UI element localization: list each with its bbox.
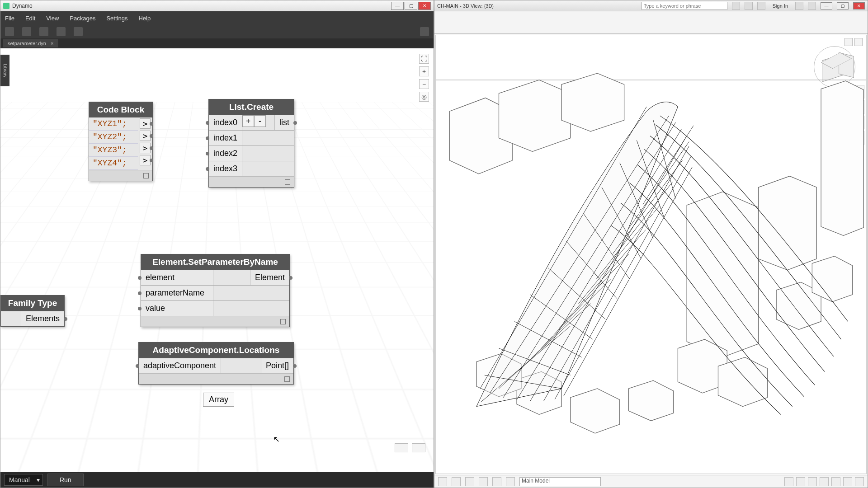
model-selector[interactable]: Main Model xyxy=(519,477,601,486)
menu-packages[interactable]: Packages xyxy=(70,15,95,22)
code-line-3[interactable]: "XYZ3"; xyxy=(89,144,138,157)
signin-button[interactable]: Sign In xyxy=(770,3,791,9)
workspace-tab-close-icon[interactable]: × xyxy=(51,41,53,46)
code-line-1[interactable]: "XYZ1"; xyxy=(89,117,138,131)
menu-view[interactable]: View xyxy=(46,15,59,22)
node-family-type-title: Family Type xyxy=(1,296,64,311)
array-label-box[interactable]: Array xyxy=(203,393,234,407)
dynamo-window: Dynamo — ▢ ✕ File Edit View Packages Set… xyxy=(0,0,434,488)
code-line-2[interactable]: "XYZ2"; xyxy=(89,131,138,144)
screenshot-icon[interactable] xyxy=(420,27,429,36)
revit-statusbar: Main Model xyxy=(434,475,868,488)
status-scale-icon[interactable] xyxy=(438,477,447,486)
status-editable-icon[interactable] xyxy=(808,477,817,486)
node-set-parameter[interactable]: Element.SetParameterByName element Eleme… xyxy=(141,254,290,327)
svg-marker-13 xyxy=(812,256,852,302)
revit-maximize-button[interactable]: ▢ xyxy=(837,2,849,9)
status-select-pinned-icon[interactable] xyxy=(843,477,852,486)
zoom-fit-button[interactable]: ⛶ xyxy=(419,54,429,64)
svg-marker-8 xyxy=(571,389,620,433)
revit-title: CH-MAIN - 3D View: {3D} xyxy=(437,3,494,9)
menu-help[interactable]: Help xyxy=(138,15,151,22)
setparam-input-parametername[interactable]: parameterName xyxy=(141,286,213,300)
revit-window: CH-MAIN - 3D View: {3D} Sign In — ▢ ✕ xyxy=(434,0,868,488)
revit-titlebar: CH-MAIN - 3D View: {3D} Sign In — ▢ ✕ xyxy=(434,0,868,11)
new-file-icon[interactable] xyxy=(5,27,14,36)
list-create-input-1[interactable]: index1 xyxy=(209,131,242,145)
list-create-output[interactable]: list xyxy=(274,115,294,130)
zoom-out-button[interactable]: − xyxy=(419,79,429,89)
dynamo-canvas[interactable]: Library ⛶ + − ◎ Code Block xyxy=(0,48,434,472)
node-list-create[interactable]: List.Create index0 + - list index1 index… xyxy=(208,99,294,188)
node-family-type[interactable]: Family Type Elements xyxy=(0,295,65,327)
favorites-icon[interactable] xyxy=(757,2,765,10)
node-adaptive-locations[interactable]: AdaptiveComponent.Locations adaptiveComp… xyxy=(138,342,294,385)
run-button[interactable]: Run xyxy=(47,474,84,486)
family-type-output[interactable]: Elements xyxy=(21,311,64,326)
status-visual-icon[interactable] xyxy=(465,477,474,486)
list-create-input-3[interactable]: index3 xyxy=(209,161,242,176)
code-out-4[interactable]: > xyxy=(140,155,151,165)
open-file-icon[interactable] xyxy=(22,27,31,36)
list-create-input-0[interactable]: index0 xyxy=(209,115,242,130)
workspace-tab[interactable]: setparameter.dyn × xyxy=(3,39,58,47)
list-remove-button[interactable]: - xyxy=(254,115,266,127)
geometry-toggle-2[interactable] xyxy=(412,443,425,452)
list-create-input-2[interactable]: index2 xyxy=(209,146,242,161)
setparam-output-element[interactable]: Element xyxy=(250,270,289,285)
revit-search-input[interactable] xyxy=(642,2,727,10)
redo-icon[interactable] xyxy=(74,27,83,36)
setparam-input-element[interactable]: element xyxy=(141,270,213,285)
status-drag-icon[interactable] xyxy=(855,477,864,486)
search-icon[interactable] xyxy=(732,2,740,10)
code-out-1[interactable]: > xyxy=(140,118,151,129)
maximize-button[interactable]: ▢ xyxy=(405,2,417,10)
revit-close-button[interactable]: ✕ xyxy=(853,2,865,9)
zoom-in-button[interactable]: + xyxy=(419,66,429,76)
status-sun-icon[interactable] xyxy=(479,477,488,486)
status-crop-icon[interactable] xyxy=(506,477,515,486)
revit-minimize-button[interactable]: — xyxy=(821,2,832,9)
run-mode-dropdown[interactable]: Manual xyxy=(4,474,43,486)
revit-scene xyxy=(436,35,866,474)
geometry-toggle-1[interactable] xyxy=(395,443,408,452)
exchange-apps-icon[interactable] xyxy=(795,2,803,10)
help-icon[interactable] xyxy=(808,2,816,10)
list-add-button[interactable]: + xyxy=(242,115,254,127)
revit-ribbon[interactable] xyxy=(434,11,868,34)
preview-toggle-icon[interactable] xyxy=(285,179,290,185)
save-file-icon[interactable] xyxy=(39,27,48,36)
status-select-links-icon[interactable] xyxy=(831,477,840,486)
dynamo-menubar: File Edit View Packages Settings Help xyxy=(0,11,434,25)
code-line-4[interactable]: "XYZ4"; xyxy=(89,157,138,170)
subscription-icon[interactable] xyxy=(745,2,753,10)
adaptive-output[interactable]: Point[] xyxy=(261,358,293,373)
adaptive-input[interactable]: adaptiveComponent xyxy=(139,358,221,373)
preview-toggle-icon[interactable] xyxy=(143,173,149,178)
pan-target-button[interactable]: ◎ xyxy=(419,92,429,102)
undo-icon[interactable] xyxy=(57,27,66,36)
setparam-input-value[interactable]: value xyxy=(141,301,213,316)
preview-toggle-icon[interactable] xyxy=(284,376,290,382)
svg-line-16 xyxy=(503,122,675,398)
node-code-block[interactable]: Code Block "XYZ1"; "XYZ2"; "XYZ3"; "XYZ4… xyxy=(89,102,153,181)
menu-settings[interactable]: Settings xyxy=(106,15,127,22)
menu-file[interactable]: File xyxy=(5,15,14,22)
status-worksets-icon[interactable] xyxy=(796,477,805,486)
library-tab[interactable]: Library xyxy=(0,55,9,86)
close-button[interactable]: ✕ xyxy=(418,2,431,10)
status-detail-icon[interactable] xyxy=(452,477,461,486)
status-design-options-icon[interactable] xyxy=(820,477,829,486)
node-list-create-title: List.Create xyxy=(209,99,294,115)
node-set-parameter-title: Element.SetParameterByName xyxy=(141,254,289,270)
menu-edit[interactable]: Edit xyxy=(25,15,35,22)
preview-toggle-icon[interactable] xyxy=(280,319,286,324)
status-filter-icon[interactable] xyxy=(784,477,793,486)
revit-3d-viewport[interactable] xyxy=(435,35,867,474)
node-code-block-title: Code Block xyxy=(89,102,152,117)
code-out-3[interactable]: > xyxy=(140,143,151,153)
code-out-2[interactable]: > xyxy=(140,131,151,141)
minimize-button[interactable]: — xyxy=(391,2,404,10)
status-shadows-icon[interactable] xyxy=(492,477,501,486)
node-adaptive-locations-title: AdaptiveComponent.Locations xyxy=(139,343,293,358)
